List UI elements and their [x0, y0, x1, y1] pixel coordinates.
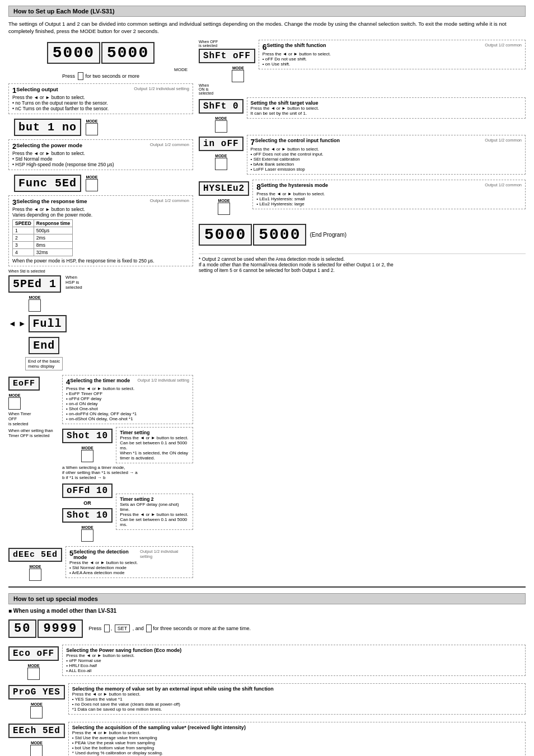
end-program-row: 5000 5000 (End Program) [199, 222, 526, 248]
section-divider [8, 586, 526, 588]
step2-opt2: • HSP High-speed mode (response time 250… [12, 162, 189, 167]
step8-title: Setting the hysteresis mode [261, 182, 328, 191]
footnote-line1: * Output 2 cannot be used when the Area … [199, 256, 526, 262]
mode-button-2[interactable] [86, 179, 98, 191]
special-section: How to set up special modes ■ When using… [8, 593, 526, 756]
mode-label-7: MODE [30, 565, 41, 569]
footnote-line2: If a mode other than the Normal/Area det… [199, 262, 526, 267]
eco-opt1: • oFF Normal use [66, 658, 522, 663]
step1-opt1: • no Turns on the output nearer to the s… [12, 100, 189, 106]
deec-display: dEEc 5Ed [8, 548, 62, 562]
mode-button-6[interactable] [81, 529, 93, 542]
hys-row: HYSLEu2 MODE 8 Setting the hysteresis mo… [199, 180, 526, 215]
step1-subtitle: Output 1/2 individual setting [134, 86, 189, 95]
but1-row: but 1 no MODE [14, 117, 193, 138]
resp-row-2-time: 2ms [34, 234, 72, 241]
step5-instructions: Press the ◄ or ► button to select. [69, 560, 189, 565]
mode-col-3: MODE [8, 295, 61, 312]
shft0-mode-btn[interactable] [215, 120, 227, 133]
end-program-label: (End Program) [310, 232, 346, 238]
step6-title: Setting the shift function [267, 43, 326, 51]
full-display: Full [29, 315, 67, 332]
prog-title: Selecting the memory of value set by an … [72, 686, 522, 692]
mode-button-7[interactable] [29, 569, 41, 581]
prog-mode-btn[interactable] [30, 706, 43, 719]
step4-when-off: When Timer [8, 411, 59, 416]
eech-mode-btn[interactable] [30, 745, 43, 756]
intro-text: The settings of Output 1 and 2 can be di… [8, 20, 526, 35]
mode-label-6: MODE [82, 525, 93, 529]
step4-num: 4 [66, 378, 70, 386]
step2-title: Selecting the power mode [16, 142, 82, 151]
step6-opt2: • on Use shift. [263, 62, 522, 67]
in-mode-btn[interactable] [215, 158, 227, 170]
step4-title: Selecting the timer mode [70, 378, 130, 386]
shft0-mode-label: MODE [215, 116, 227, 120]
step4-left-displays: EoFF MODE When Timer OFF is selected Whe… [8, 375, 59, 542]
step3-note2: When the power mode is HSP, the response… [12, 258, 189, 264]
step6-header: 6 Setting the shift function Output 1/2 … [263, 43, 522, 51]
step2-subtitle: Output 1/2 common [150, 142, 189, 151]
step6b-box: Setting the shift target value Press the… [247, 97, 526, 119]
mode-col-2: MODE [86, 175, 98, 191]
hys-mode-btn[interactable] [218, 203, 230, 215]
eech-mode-label: MODE [31, 741, 43, 745]
step7-subtitle: Output 1/2 common [485, 138, 522, 147]
step4-box: 4 Selecting the timer mode Output 1/2 in… [62, 375, 193, 424]
press-detail: for two seconds or more [85, 73, 139, 79]
special-mode-btn[interactable] [104, 624, 110, 632]
mode-col-5: MODE [62, 446, 113, 462]
press-word: Press [62, 73, 75, 79]
shft-mode-label: MODE [232, 66, 244, 70]
mode-button-5[interactable] [81, 450, 93, 462]
step2-header: 2 Selecting the power mode Output 1/2 co… [12, 142, 189, 151]
eech-opt2: • PEAk Use the peak value from sampling [72, 740, 522, 745]
page-container: How to Set up Each Mode (LV-S31) The set… [0, 0, 534, 756]
timer-setting2-note: Press the ◄ or ► button to select. [120, 512, 189, 517]
resp-row-2-speed: 2 [13, 234, 34, 241]
mode-col-1: MODE [86, 119, 98, 135]
step5-opt1: • Std Normal detection mode [69, 565, 189, 570]
eech-row: EEch 5Ed MODE Selecting the acquisition … [8, 722, 526, 756]
in-off-row: in oFF MODE 7 Selecting the control inpu… [199, 135, 526, 177]
eech-opt3: • bot Use the bottom value from sampling [72, 745, 522, 750]
special-lcd-right: 9999 [38, 619, 83, 638]
step1-opt2: • nC Turns on the output farther to the … [12, 106, 189, 111]
step5-subtitle: Output 1/2 individual setting [140, 549, 189, 560]
spd-row: When Std is selected 5PEd 1 MODE WhenHSP… [8, 269, 193, 312]
shft-mode-btn[interactable] [232, 70, 244, 82]
mode-label-1: MODE [86, 119, 98, 123]
eech-display: EEch 5Ed [8, 724, 65, 738]
step8-opt1: • LEu1 Hysteresis: small [256, 196, 522, 201]
mode-button-4[interactable] [8, 397, 21, 410]
note-c: b if *1 is selected → b [62, 475, 193, 480]
spd-display: 5PEd 1 [8, 275, 61, 293]
prog-mode-label: MODE [31, 702, 43, 706]
step7-num: 7 [251, 138, 255, 147]
mode-button-top[interactable] [78, 72, 83, 80]
step8-box: 8 Setting the hysteresis mode Output 1/2… [252, 180, 526, 209]
special-lcd-left: 50 [8, 619, 36, 638]
mode-button-1[interactable] [86, 123, 98, 135]
eco-opt3: • ALL Eco-all [66, 668, 522, 673]
prog-instructions: Press the ◄ or ► button to select. [72, 692, 522, 697]
special-third-btn[interactable] [146, 624, 152, 632]
step6-box: 6 Setting the shift function Output 1/2 … [259, 40, 526, 69]
step7-title: Selecting the control input function [255, 138, 340, 147]
step5-title: Selecting the detection mode [73, 549, 140, 560]
step6b-title: Setting the shift target value [251, 100, 522, 106]
prog-opt1: • YES Saves the value *1 [72, 697, 522, 702]
mode-label-top: MODE [8, 67, 188, 72]
in-off-display-col: in oFF MODE [199, 135, 243, 170]
timer-setting-note1: Can be set between 0.1 and 5000 ms. [120, 440, 189, 450]
eco-mode-label: MODE [28, 664, 40, 668]
step6-instructions: Press the ◄ or ► button to select. [263, 51, 522, 57]
main-lcd-left: 5000 [47, 42, 100, 64]
eco-box: Selecting the Power saving function (Eco… [62, 645, 526, 676]
end-display: End [29, 337, 59, 354]
top-section-header: How to Set up Each Mode (LV-S31) [8, 6, 526, 17]
eco-mode-btn[interactable] [27, 668, 40, 680]
timer-setting-desc: Press the ◄ or ► button to select. [120, 435, 189, 440]
mode-button-3[interactable] [29, 299, 41, 312]
shot2-display: Shot 10 [62, 508, 113, 523]
